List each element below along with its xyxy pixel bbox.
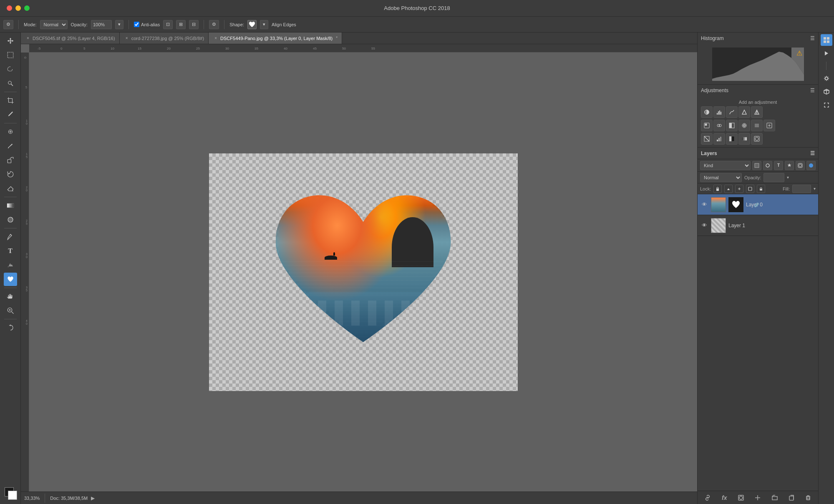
healing-brush-tool[interactable] <box>4 125 17 138</box>
exposure-btn[interactable] <box>738 106 750 118</box>
lock-artboard-btn[interactable] <box>746 185 754 193</box>
add-mask-btn[interactable] <box>736 493 746 503</box>
tab-dscf5045[interactable]: × DSCF5045.tif @ 25% (Layer 4, RGB/16) <box>21 33 120 44</box>
brush-tool[interactable] <box>4 139 17 153</box>
add-style-btn[interactable]: fx <box>719 493 729 503</box>
blend-mode-select[interactable]: Normal <box>700 173 742 182</box>
options-btn3[interactable]: ⊟ <box>189 20 199 29</box>
levels-btn[interactable] <box>713 106 725 118</box>
tab-close-btn[interactable]: × <box>25 35 31 41</box>
mode-select[interactable]: Normal <box>40 20 68 29</box>
color-balance-btn[interactable] <box>713 120 725 131</box>
antialias-label[interactable]: Anti-alias <box>134 22 160 27</box>
eraser-tool[interactable] <box>4 182 17 195</box>
photo-filter-btn[interactable] <box>738 120 750 131</box>
delete-layer-btn[interactable] <box>803 493 813 503</box>
layer-adjustment-btn[interactable] <box>763 161 772 170</box>
content-aware-btn[interactable] <box>821 86 832 98</box>
fill-stepper[interactable]: ▾ <box>814 186 816 191</box>
options-btn1[interactable]: ⊡ <box>163 20 173 29</box>
link-layers-btn[interactable] <box>703 493 713 503</box>
vibrance-btn[interactable] <box>751 106 763 118</box>
status-arrow[interactable]: ▶ <box>91 495 95 501</box>
color-lookup-btn[interactable] <box>763 120 775 131</box>
options-btn2[interactable]: ⊞ <box>176 20 186 29</box>
gradient-map-btn[interactable] <box>738 133 750 145</box>
dodge-tool[interactable] <box>4 213 17 226</box>
ruler-h-content: -5 0 5 10 15 20 25 30 35 40 45 50 55 <box>29 44 697 51</box>
crop-tool[interactable] <box>4 94 17 107</box>
lock-transparent-btn[interactable] <box>713 185 722 193</box>
eyedropper-tool[interactable] <box>4 108 17 121</box>
type-tool[interactable]: T <box>4 244 17 258</box>
clone-stamp-tool[interactable] <box>4 153 17 167</box>
tool-preset-button[interactable]: ⚙ <box>3 20 13 29</box>
bw-btn[interactable] <box>726 120 738 131</box>
selective-color-btn[interactable] <box>751 133 763 145</box>
play-btn[interactable] <box>821 48 832 59</box>
layer-filter-toggle[interactable] <box>806 161 816 170</box>
color-swatches[interactable] <box>3 486 18 501</box>
histogram-title: Histogram <box>701 35 724 41</box>
layer-item-1[interactable]: 👁 Layer 1 <box>698 215 818 236</box>
opacity-input[interactable] <box>91 20 112 29</box>
layer-shape-btn[interactable] <box>785 161 794 170</box>
shape-dropdown[interactable]: ▾ <box>260 20 268 29</box>
layer-0-visibility[interactable]: 👁 <box>700 201 708 209</box>
layer-smart-btn[interactable] <box>796 161 805 170</box>
layer-type-btn[interactable]: T <box>774 161 783 170</box>
layer-opacity-input[interactable]: 100% <box>763 173 784 182</box>
new-group-btn[interactable] <box>770 493 780 503</box>
tab-dscf5449[interactable]: × DSCF5449-Pano.jpg @ 33,3% (Layer 0, La… <box>209 33 342 44</box>
layer-pixel-btn[interactable] <box>752 161 761 170</box>
curves-btn[interactable] <box>726 106 738 118</box>
lasso-tool[interactable] <box>4 63 17 76</box>
posterize-btn[interactable] <box>713 133 725 145</box>
layers-kind-toolbar: Kind T <box>698 159 818 172</box>
rectangle-marquee-tool[interactable] <box>4 48 17 62</box>
background-color[interactable] <box>8 491 17 500</box>
tab-cord[interactable]: × cord-2727238.jpg @ 25% (RGB/8#) <box>120 33 209 44</box>
rotate-view-tool[interactable] <box>4 321 17 334</box>
shape-tool[interactable] <box>4 273 17 286</box>
hand-tool[interactable] <box>4 290 17 303</box>
antialias-checkbox[interactable] <box>134 22 139 27</box>
align-edges-label[interactable]: Align Edges <box>272 22 296 27</box>
expand-btn[interactable] <box>821 99 832 111</box>
tab-close-btn2[interactable]: × <box>124 35 130 41</box>
pen-tool[interactable] <box>4 230 17 243</box>
threshold-btn[interactable] <box>726 133 738 145</box>
layer-kind-select[interactable]: Kind <box>700 161 751 170</box>
new-fill-layer-btn[interactable] <box>753 493 763 503</box>
adjustments-header[interactable]: Adjustments ☰ <box>698 85 818 96</box>
channel-mixer-btn[interactable] <box>751 120 763 131</box>
invert-btn[interactable] <box>701 133 713 145</box>
options-gear[interactable]: ⚙ <box>209 20 219 29</box>
lock-position-btn[interactable] <box>735 185 743 193</box>
properties-btn[interactable] <box>821 73 832 84</box>
opacity-dropdown-button[interactable]: ▾ <box>115 20 123 29</box>
lock-pixels-btn[interactable] <box>724 185 733 193</box>
gradient-tool[interactable] <box>4 199 17 212</box>
quick-selection-tool[interactable] <box>4 77 17 90</box>
minimize-button[interactable] <box>15 5 21 11</box>
histogram-header[interactable]: Histogram ☰ <box>698 33 818 44</box>
layers-menu-icon: ☰ <box>810 150 815 156</box>
opacity-stepper[interactable]: ▾ <box>787 175 789 180</box>
layer-fill-input[interactable]: 100% <box>792 185 811 193</box>
panels-btn[interactable] <box>821 34 832 46</box>
hsl-btn[interactable] <box>701 120 713 131</box>
move-tool[interactable] <box>4 34 17 48</box>
zoom-tool[interactable] <box>4 304 17 317</box>
lock-all-btn[interactable] <box>757 185 765 193</box>
layer-1-visibility[interactable]: 👁 <box>700 221 708 230</box>
shape-picker[interactable] <box>247 20 257 29</box>
path-select-tool[interactable] <box>4 258 17 272</box>
close-button[interactable] <box>7 5 12 11</box>
tab-close-btn3[interactable]: × <box>213 35 219 41</box>
history-brush-tool[interactable] <box>4 168 17 181</box>
brightness-contrast-btn[interactable] <box>701 106 713 118</box>
new-layer-btn[interactable] <box>786 493 796 503</box>
layer-item-0[interactable]: 👁 🔗 Layer 0 <box>698 194 818 215</box>
maximize-button[interactable] <box>24 5 30 11</box>
